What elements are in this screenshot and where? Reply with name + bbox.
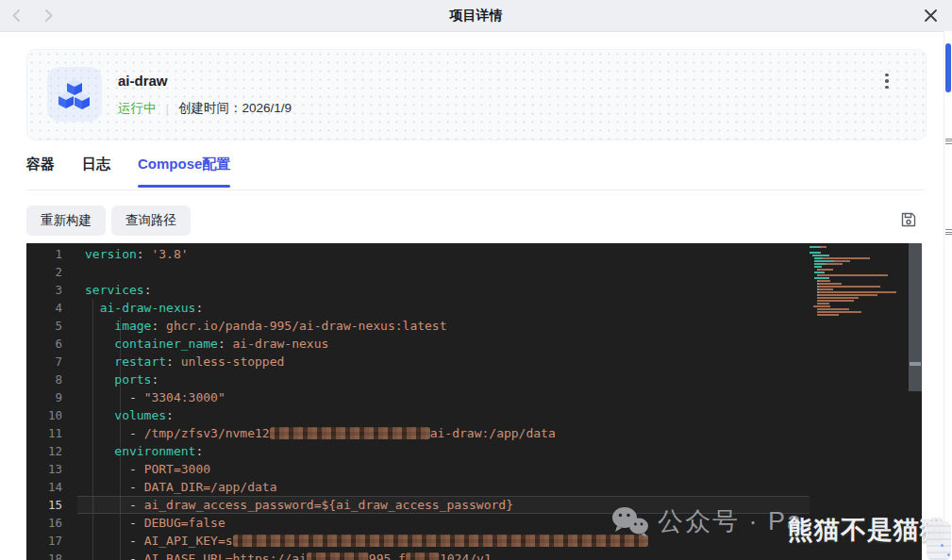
minimap-row	[810, 311, 900, 313]
minimap-row	[810, 266, 900, 268]
project-meta: 运行中 | 创建时间：2026/1/9	[118, 100, 292, 117]
minimap-row	[810, 303, 900, 305]
editor-scrollbar-marker	[910, 362, 921, 366]
line-number: 12	[26, 442, 62, 460]
code-line[interactable]: 11 - /tmp/zfsv3/nvme12ai-draw:/app/data	[26, 424, 922, 442]
line-number: 14	[26, 478, 62, 496]
scrollbar-marker	[945, 139, 952, 144]
minimap-row	[810, 291, 900, 293]
minimap-row	[810, 260, 900, 262]
code-line[interactable]: 18 - AI_BASE_URL=https://ai995.f1024/v1	[26, 550, 922, 560]
line-number: 8	[26, 371, 62, 388]
minimap-row	[810, 300, 900, 302]
line-number: 5	[26, 317, 62, 335]
minimap-row	[810, 305, 900, 307]
tabs: 容器日志Compose配置	[26, 156, 230, 188]
line-number: 7	[26, 353, 62, 371]
minimap-row	[810, 297, 900, 299]
minimap-row	[810, 308, 900, 310]
minimap-row	[810, 272, 900, 273]
code-line[interactable]: 2	[26, 263, 922, 281]
minimap-row	[810, 246, 900, 248]
app-icon	[47, 67, 102, 122]
rebuild-button[interactable]: 重新构建	[26, 206, 106, 236]
project-name: ai-draw	[118, 73, 168, 89]
created-time: 创建时间：2026/1/9	[178, 100, 292, 117]
censored-text	[233, 535, 648, 547]
censored-text	[270, 427, 430, 439]
meta-separator: |	[166, 102, 169, 116]
code-line[interactable]: 15 - ai_draw_access_password=${ai_draw_a…	[26, 496, 922, 514]
tab-containers[interactable]: 容器	[26, 156, 55, 188]
line-number: 10	[26, 406, 62, 424]
minimap-row	[810, 294, 900, 296]
censored-text	[307, 552, 369, 560]
query-path-button[interactable]: 查询路径	[111, 206, 191, 236]
tabs-divider	[26, 189, 925, 190]
minimap-row	[810, 249, 900, 251]
code-line[interactable]: 16 - DEBUG=false	[26, 514, 922, 532]
code-line[interactable]: 6 container_name: ai-draw-nexus	[26, 335, 922, 353]
code-line[interactable]: 1version: '3.8'	[26, 245, 922, 263]
scrollbar-marker	[945, 229, 952, 235]
line-number: 13	[26, 460, 62, 478]
minimap-row	[810, 283, 900, 285]
tab-logs[interactable]: 日志	[82, 156, 110, 188]
line-number: 6	[26, 335, 62, 353]
code-line[interactable]: 3services:	[26, 281, 922, 299]
minimap-row	[810, 274, 900, 276]
line-number: 18	[26, 550, 62, 560]
close-icon[interactable]	[922, 7, 940, 25]
minimap-row	[810, 263, 900, 265]
minimap[interactable]	[810, 246, 900, 317]
minimap-row	[810, 257, 900, 259]
code-line[interactable]: 17 - AI_API_KEY=s	[26, 532, 922, 550]
decor-dot	[941, 544, 944, 547]
status-badge: 运行中	[118, 100, 157, 117]
minimap-row	[810, 255, 900, 256]
code-editor[interactable]: 1version: '3.8'23services:4 ai-draw-nexu…	[26, 243, 922, 560]
line-number: 2	[26, 263, 62, 281]
code-line[interactable]: 8 ports:	[26, 371, 922, 388]
editor-scrollbar-thumb[interactable]	[909, 243, 922, 391]
modal-scrollbar-thumb[interactable]	[945, 43, 951, 92]
more-menu-icon[interactable]	[879, 72, 894, 91]
minimap-row	[810, 252, 900, 254]
modal-scrollbar[interactable]	[944, 31, 952, 560]
code-line[interactable]: 9 - "3304:3000"	[26, 388, 922, 406]
compose-cubes-icon	[55, 74, 94, 114]
save-icon[interactable]	[900, 211, 917, 228]
minimap-row	[810, 286, 900, 288]
line-number: 11	[26, 424, 62, 442]
line-number: 15	[26, 496, 62, 514]
code-line[interactable]: 10 volumes:	[26, 406, 922, 424]
page-title: 项目详情	[0, 0, 952, 31]
minimap-row	[810, 277, 900, 279]
code-line[interactable]: 7 restart: unless-stopped	[26, 353, 922, 371]
line-number: 16	[26, 514, 62, 532]
minimap-row	[810, 314, 900, 316]
project-card: ai-draw 运行中 | 创建时间：2026/1/9	[26, 49, 927, 140]
minimap-row	[810, 269, 900, 271]
decor-dot	[947, 553, 950, 556]
line-number: 3	[26, 281, 62, 299]
line-number: 9	[26, 388, 62, 406]
censored-text	[406, 552, 440, 560]
minimap-row	[810, 280, 900, 282]
code-line[interactable]: 13 - PORT=3000	[26, 460, 922, 478]
code-lines[interactable]: 1version: '3.8'23services:4 ai-draw-nexu…	[26, 245, 922, 560]
code-line[interactable]: 4 ai-draw-nexus:	[26, 299, 922, 317]
tab-compose[interactable]: Compose配置	[138, 156, 230, 188]
code-line[interactable]: 14 - DATA_DIR=/app/data	[26, 478, 922, 496]
project-detail-modal: 项目详情	[0, 0, 952, 560]
line-number: 4	[26, 299, 62, 317]
minimap-row	[810, 288, 900, 290]
line-number: 17	[26, 532, 62, 550]
line-number: 1	[26, 245, 62, 263]
code-line[interactable]: 5 image: ghcr.io/panda-995/ai-draw-nexus…	[26, 317, 922, 335]
modal-header: 项目详情	[0, 0, 952, 32]
code-line[interactable]: 12 environment:	[26, 442, 922, 460]
